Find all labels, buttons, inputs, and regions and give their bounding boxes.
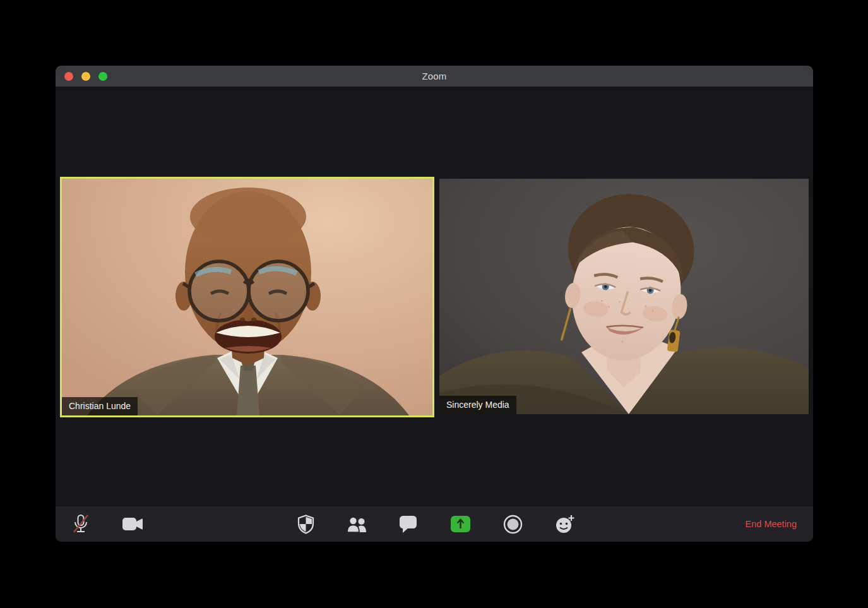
close-window-icon[interactable] [64,72,73,81]
record-icon [503,515,523,534]
portrait-man-smiling [62,179,432,415]
minimize-window-icon[interactable] [81,72,90,81]
microphone-muted-icon [71,513,90,535]
fullscreen-window-icon[interactable] [98,72,107,81]
participant-name-tag: Sincerely Media [439,396,516,414]
zoom-window: Zoom [56,66,813,542]
meeting-toolbar: End Meeting [56,506,813,542]
window-title: Zoom [422,71,446,81]
video-stage: Christian Lunde [56,86,813,506]
chat-button[interactable] [398,513,419,535]
traffic-lights [64,66,107,86]
video-camera-icon [122,517,143,531]
chat-icon [400,516,417,533]
end-meeting-button[interactable]: End Meeting [746,506,797,542]
participants-icon [347,516,368,532]
video-button[interactable] [122,513,143,535]
share-screen-button[interactable] [449,513,471,535]
reactions-button[interactable] [554,513,576,535]
security-shield-icon [297,515,314,534]
titlebar[interactable]: Zoom [56,66,813,86]
reactions-icon [555,514,575,534]
share-screen-icon [451,516,470,532]
mute-button[interactable] [70,513,92,535]
participants-button[interactable] [347,513,368,535]
video-tile-sincerely-media[interactable]: Sincerely Media [439,179,809,414]
portrait-woman-short-hair [439,179,809,414]
security-button[interactable] [295,513,316,535]
video-tile-christian-lunde[interactable]: Christian Lunde [60,177,434,417]
participant-name-tag: Christian Lunde [62,397,138,415]
record-button[interactable] [502,513,523,535]
